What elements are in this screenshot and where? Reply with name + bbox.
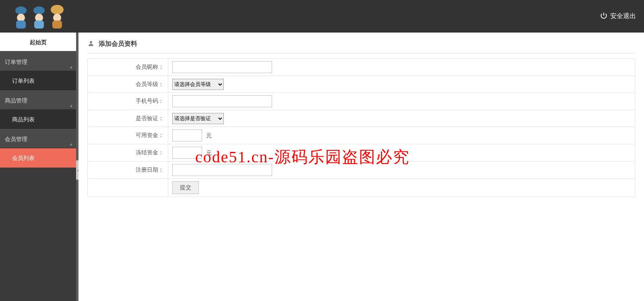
phone-input[interactable]	[172, 95, 272, 107]
sidebar: 起始页 订单管理 订单列表 商品管理 商品列表 会员管理 会员列表 ◂	[0, 33, 78, 301]
level-select[interactable]: 请选择会员等级	[172, 79, 224, 90]
frozen-funds-label: 冻结资金：	[88, 144, 168, 162]
svg-point-9	[90, 41, 92, 43]
svg-point-0	[15, 6, 27, 14]
verify-select[interactable]: 请选择是否验证	[172, 113, 224, 124]
svg-point-3	[33, 6, 45, 14]
member-form: 会员昵称： 会员等级： 请选择会员等级 手机号码：	[87, 58, 635, 197]
sidebar-item-member-list[interactable]: 会员列表	[0, 148, 76, 168]
frozen-funds-input[interactable]	[172, 147, 202, 159]
available-funds-input[interactable]	[172, 129, 202, 141]
sidebar-start-page[interactable]: 起始页	[0, 33, 76, 52]
verify-label: 是否验证：	[88, 110, 168, 127]
panel-title: 添加会员资料	[99, 40, 137, 48]
regdate-label: 注册日期：	[88, 162, 168, 179]
submit-button[interactable]: 提交	[172, 181, 199, 194]
sidebar-item-order-list[interactable]: 订单列表	[0, 71, 76, 90]
regdate-input[interactable]	[172, 164, 272, 176]
panel-header: 添加会员资料	[87, 40, 635, 53]
main-content: 添加会员资料 会员昵称： 会员等级： 请选择会员等级 手机号码：	[78, 33, 644, 301]
nickname-label: 会员昵称：	[88, 59, 168, 76]
logo-character-1	[12, 2, 30, 31]
svg-rect-5	[34, 20, 44, 29]
sidebar-group-members[interactable]: 会员管理	[0, 129, 76, 148]
level-label: 会员等级：	[88, 76, 168, 93]
user-icon	[87, 40, 95, 48]
power-icon	[600, 12, 608, 21]
sidebar-item-product-list[interactable]: 商品列表	[0, 110, 76, 129]
svg-rect-2	[16, 20, 26, 29]
logo	[12, 1, 72, 31]
logo-character-2	[30, 2, 48, 31]
available-funds-unit: 元	[206, 132, 212, 139]
nickname-input[interactable]	[172, 61, 272, 73]
sidebar-group-orders[interactable]: 订单管理	[0, 52, 76, 71]
svg-rect-8	[52, 20, 62, 29]
logout-label: 安全退出	[610, 12, 636, 20]
logo-character-3	[48, 2, 66, 31]
available-funds-label: 可用资金：	[88, 127, 168, 144]
svg-point-6	[51, 5, 64, 14]
phone-label: 手机号码：	[88, 93, 168, 110]
sidebar-group-products[interactable]: 商品管理	[0, 90, 76, 110]
top-bar: 安全退出	[0, 0, 644, 33]
logout-button[interactable]: 安全退出	[600, 12, 636, 21]
frozen-funds-unit: 元	[206, 149, 212, 156]
